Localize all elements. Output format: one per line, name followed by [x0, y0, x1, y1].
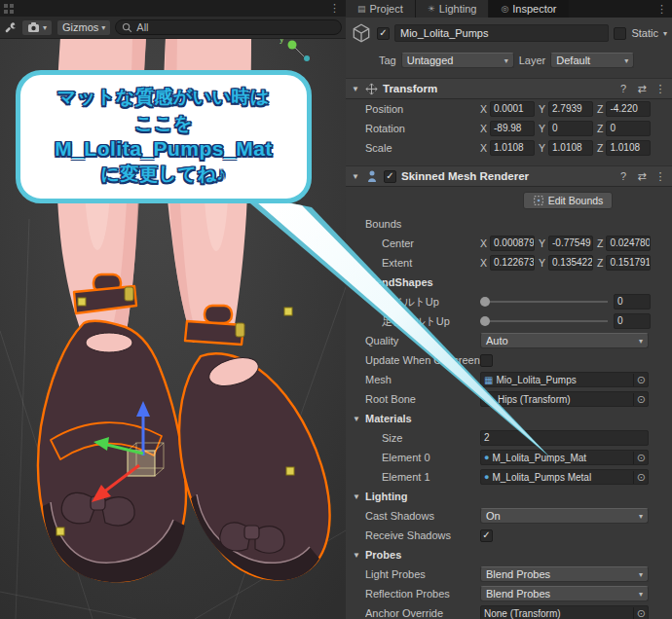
scene-search[interactable] [115, 19, 342, 35]
object-picker-icon[interactable]: ⊙ [633, 607, 646, 619]
blendshape-value-field[interactable]: 0 [614, 313, 651, 329]
view-options-button[interactable]: ▾ [21, 19, 53, 36]
preset-icon[interactable]: ⇄ [635, 83, 649, 95]
rotation-x-field[interactable]: -89.98 [490, 121, 535, 136]
kebab-menu-icon[interactable]: ⋮ [653, 83, 667, 95]
gameobject-name-input[interactable] [394, 24, 609, 42]
center-y-field[interactable]: -0.77549 [548, 236, 593, 251]
kebab-menu-icon[interactable]: ⋮ [653, 170, 667, 183]
bubble-line: に変更してね♪ [101, 162, 227, 187]
mesh-value: Mio_Lolita_Pumps [496, 375, 629, 385]
quality-row: Quality Auto ▾ [346, 331, 672, 350]
bubble-line-material-name: M_Lolita_Pumps_Mat [55, 137, 273, 161]
scale-row: Scale X1.0108 Y1.0108 Z1.0108 [346, 138, 672, 158]
element-label: Element 0 [382, 452, 480, 463]
foldout-icon[interactable]: ▼ [351, 85, 360, 93]
slider-knob[interactable] [480, 316, 490, 326]
gameobject-cube-icon [351, 22, 372, 44]
help-icon[interactable]: ? [616, 83, 630, 94]
cast-shadows-dropdown[interactable]: On ▾ [480, 508, 649, 524]
update-offscreen-row: Update When Offscreen [346, 350, 672, 370]
materials-foldout[interactable]: ▼ Materials [346, 409, 672, 428]
anchor-override-label: Anchor Override [365, 607, 480, 619]
position-y-field[interactable]: 2.7939 [548, 101, 593, 117]
reflection-probes-value: Blend Probes [486, 588, 550, 600]
materials-size-field[interactable]: 2 [480, 430, 649, 446]
tab-inspector[interactable]: ◎ Inspector [489, 0, 569, 18]
help-icon[interactable]: ? [616, 170, 630, 182]
root-bone-object-field[interactable]: Hips (Transform) ⊙ [480, 391, 649, 407]
blendshape-slider[interactable] [480, 295, 608, 309]
reflection-probes-dropdown[interactable]: Blend Probes ▾ [480, 586, 649, 601]
scene-view[interactable]: y ⋮ ▾ Gizmos [0, 0, 346, 619]
check-icon: ✓ [482, 530, 490, 540]
element1-object-field[interactable]: ● M_Lolita_Pumps Metal ⊙ [480, 469, 649, 485]
update-offscreen-checkbox[interactable] [480, 354, 493, 367]
foldout-icon[interactable]: ▼ [352, 415, 361, 423]
foldout-icon[interactable]: ▼ [352, 278, 361, 287]
scene-tabstrip: ⋮ [0, 0, 346, 17]
rotation-z-field[interactable]: 0 [606, 121, 651, 136]
gizmos-dropdown[interactable]: Gizmos ▾ [56, 19, 111, 36]
extent-z-field[interactable]: 0.1517915 [606, 255, 651, 271]
extent-x-field[interactable]: 0.122673 [490, 255, 535, 271]
static-caret-icon[interactable]: ▾ [663, 29, 667, 38]
element-label: Element 1 [382, 471, 480, 483]
bounds-label-row: Bounds [346, 214, 672, 234]
extent-y-field[interactable]: 0.135422 [548, 255, 593, 271]
layer-dropdown[interactable]: Default ▾ [550, 53, 634, 68]
search-icon [122, 22, 132, 33]
transform-component-header[interactable]: ▼ Transform ? ⇄ ⋮ [346, 78, 672, 99]
tab-lighting[interactable]: ☀ Lighting [416, 0, 490, 18]
position-x-field[interactable]: 0.0001 [490, 101, 535, 117]
blendshape-value-field[interactable]: 0 [614, 294, 651, 310]
static-checkbox[interactable] [614, 27, 626, 40]
element0-object-field[interactable]: ● M_Lolita_Pumps_Mat ⊙ [480, 450, 649, 465]
edit-bounds-button[interactable]: Edit Bounds [523, 192, 613, 209]
smr-enabled-checkbox[interactable]: ✓ [384, 170, 396, 183]
chevron-down-icon: ▾ [639, 337, 643, 346]
preset-icon[interactable]: ⇄ [635, 170, 649, 183]
object-picker-icon[interactable]: ⊙ [633, 374, 646, 386]
object-picker-icon[interactable]: ⊙ [633, 393, 646, 406]
mesh-object-field[interactable]: ▦ Mio_Lolita_Pumps ⊙ [480, 372, 649, 387]
blendshapes-foldout[interactable]: ▼ BlendShapes [346, 273, 672, 292]
lighting-foldout[interactable]: ▼ Lighting [346, 487, 672, 506]
tag-dropdown[interactable]: Untagged ▾ [401, 53, 514, 68]
scale-y-field[interactable]: 1.0108 [548, 140, 593, 156]
slider-knob[interactable] [480, 297, 490, 307]
chevron-down-icon: ▾ [639, 570, 643, 579]
scale-z-field[interactable]: 1.0108 [606, 140, 651, 156]
anchor-override-object-field[interactable]: None (Transform) ⊙ [480, 605, 649, 619]
x-axis-label: X [480, 237, 487, 249]
position-z-field[interactable]: -4.220 [606, 101, 651, 117]
receive-shadows-checkbox[interactable]: ✓ [480, 529, 493, 542]
gizmos-label: Gizmos [62, 21, 98, 33]
tab-project[interactable]: ▤ Project [346, 0, 416, 18]
smr-component-header[interactable]: ▼ ✓ Skinned Mesh Renderer ? ⇄ ⋮ [346, 165, 672, 187]
tabbar-menu-icon[interactable]: ⋮ [652, 3, 672, 16]
foldout-icon[interactable]: ▼ [352, 492, 361, 501]
blendshape-slider[interactable] [480, 314, 608, 328]
center-z-field[interactable]: 0.024780 [606, 236, 651, 251]
cast-shadows-label: Cast Shadows [365, 510, 480, 522]
rotation-y-field[interactable]: 0 [548, 121, 593, 136]
object-picker-icon[interactable]: ⊙ [633, 452, 646, 464]
scene-search-input[interactable] [136, 21, 335, 33]
scene-menu-icon[interactable]: ⋮ [327, 2, 342, 15]
object-picker-icon[interactable]: ⊙ [633, 471, 646, 484]
scene-toolbar: ▾ Gizmos ▾ [0, 17, 346, 39]
foldout-icon[interactable]: ▼ [351, 172, 360, 181]
y-axis-label: Y [539, 237, 545, 249]
probes-foldout[interactable]: ▼ Probes [346, 545, 672, 564]
quality-dropdown[interactable]: Auto ▾ [480, 333, 649, 348]
scale-x-field[interactable]: 1.0108 [490, 140, 535, 156]
center-x-field[interactable]: 0.000879 [490, 236, 535, 251]
foldout-icon[interactable]: ▼ [352, 551, 361, 560]
center-label: Center [382, 237, 480, 249]
layer-value: Default [556, 55, 590, 66]
light-probes-dropdown[interactable]: Blend Probes ▾ [480, 566, 649, 582]
transform-icon [365, 83, 378, 95]
tools-icon[interactable] [4, 20, 18, 34]
active-checkbox[interactable]: ✓ [377, 27, 390, 40]
